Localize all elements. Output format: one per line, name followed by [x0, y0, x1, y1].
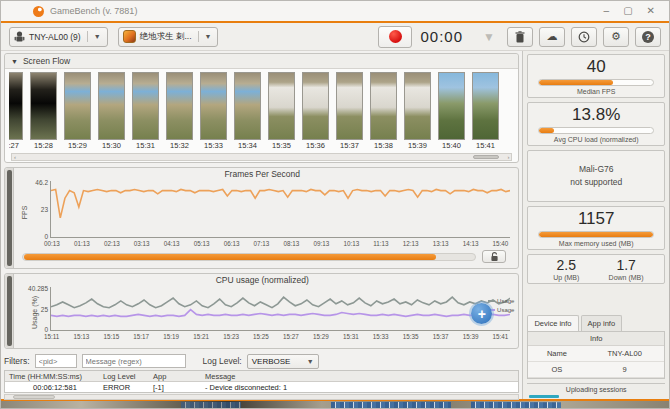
- gamebench-window: GameBench (v. 7881) – ▢ ✕ TNY-AL00 (9) ▼…: [0, 0, 670, 409]
- x-tick-label: 15:17: [133, 333, 149, 340]
- thumbnail-image[interactable]: [472, 72, 499, 140]
- cpu-ytick: 40.285: [28, 285, 51, 292]
- col-level[interactable]: Log Level: [101, 372, 153, 381]
- screenflow-thumbnail[interactable]: 15:37: [336, 72, 363, 150]
- thumbnail-image[interactable]: [438, 72, 465, 140]
- info-key: OS: [528, 365, 585, 374]
- fps-chart-panel: Frames Per Second FPS 46.2 23 0 00:1301:…: [4, 167, 519, 269]
- info-row-name: Name TNY-AL00: [528, 346, 664, 362]
- fps-vertical-scrollbar[interactable]: [5, 168, 14, 268]
- thumbnail-image[interactable]: [9, 72, 23, 140]
- log-table-row[interactable]: 00:06:12:581 ERROR [-1] - Device disconn…: [5, 382, 518, 393]
- scrollbar-handle[interactable]: [7, 276, 12, 346]
- scrollbar-range[interactable]: [24, 254, 436, 260]
- thumbnail-timestamp: 15:35: [268, 141, 295, 150]
- log-level-label: Log Level:: [203, 356, 242, 366]
- close-button[interactable]: ✕: [647, 6, 655, 16]
- screenflow-thumbnail[interactable]: 15:30: [98, 72, 125, 150]
- cloud-upload-button[interactable]: ☁: [539, 27, 565, 47]
- uploading-label: Uploading sessions: [566, 386, 627, 393]
- cpu-vertical-scrollbar[interactable]: [5, 274, 14, 348]
- screenflow-thumbnail[interactable]: 15:35: [268, 72, 295, 150]
- scrollbar-handle[interactable]: [473, 155, 499, 159]
- thumbnail-image[interactable]: [200, 72, 227, 140]
- screenflow-thumbnail[interactable]: 15:28: [30, 72, 57, 150]
- thumbnail-image[interactable]: [370, 72, 397, 140]
- legend-label: Usage: [497, 307, 514, 313]
- thumbnail-image[interactable]: [30, 72, 57, 140]
- fps-plot: FPS 46.2 23 0: [50, 181, 510, 238]
- screenflow-thumbnail[interactable]: 15:38: [370, 72, 397, 150]
- thumbnail-image[interactable]: [98, 72, 125, 140]
- screenflow-thumbnail[interactable]: 15:27: [9, 72, 23, 150]
- delete-button[interactable]: [507, 27, 533, 47]
- app-select-dropdown[interactable]: 绝地求生 刺... ▼: [118, 27, 219, 47]
- chevron-down-icon: ▼: [301, 358, 314, 365]
- scrollbar-handle[interactable]: [7, 170, 12, 266]
- thumbnail-timestamp: 15:38: [370, 141, 397, 150]
- x-tick-label: 15:27: [283, 333, 299, 340]
- thumbnail-image[interactable]: [268, 72, 295, 140]
- screenflow-thumbnail[interactable]: 15:33: [200, 72, 227, 150]
- screenflow-thumbnail[interactable]: 15:29: [64, 72, 91, 150]
- pid-filter-input[interactable]: [35, 354, 77, 368]
- tab-app-info[interactable]: App info: [581, 315, 623, 331]
- x-tick-label: 07:13: [254, 240, 270, 247]
- avg-cpu-value: 13.8%: [536, 105, 656, 125]
- screenflow-thumbnail[interactable]: 15:41: [472, 72, 499, 150]
- thumbnail-timestamp: 15:30: [98, 141, 125, 150]
- col-app[interactable]: App: [153, 372, 205, 381]
- help-button[interactable]: ?: [635, 27, 661, 47]
- android-icon: [14, 31, 25, 43]
- scroll-left-icon[interactable]: ‹: [14, 154, 16, 160]
- scroll-right-icon[interactable]: ›: [507, 154, 509, 160]
- maximize-button[interactable]: ▢: [623, 6, 632, 16]
- collapse-icon[interactable]: ▼: [11, 58, 18, 65]
- screenflow-thumbnail[interactable]: 15:40: [438, 72, 465, 150]
- thumbnail-image[interactable]: [404, 72, 431, 140]
- minimize-button[interactable]: –: [604, 6, 610, 16]
- screenflow-thumbnail[interactable]: 15:39: [404, 72, 431, 150]
- gamebench-logo-icon: [33, 6, 44, 17]
- thumbnail-timestamp: 15:31: [132, 141, 159, 150]
- thumbnail-image[interactable]: [64, 72, 91, 140]
- thumbnail-timestamp: 15:36: [302, 141, 329, 150]
- chevron-down-icon: ▼: [87, 31, 103, 42]
- info-value: 9: [585, 365, 664, 374]
- log-level-dropdown[interactable]: VERBOSE ▼: [247, 354, 319, 369]
- x-tick-label: 15:21: [193, 333, 209, 340]
- max-memory-label: Max memory used (MB): [536, 240, 656, 247]
- record-button[interactable]: [378, 26, 412, 48]
- col-message[interactable]: Message: [205, 372, 518, 381]
- fps-x-ticks: 00:1301:1302:1303:1304:1305:1306:1307:13…: [44, 238, 510, 248]
- history-button[interactable]: [571, 27, 597, 47]
- thumbnail-image[interactable]: [132, 72, 159, 140]
- screenflow-thumbnail[interactable]: 15:34: [234, 72, 261, 150]
- thumbnail-image[interactable]: [336, 72, 363, 140]
- screenflow-thumbnail[interactable]: 15:31: [132, 72, 159, 150]
- unlock-button[interactable]: [482, 250, 506, 263]
- device-select-dropdown[interactable]: TNY-AL00 (9) ▼: [9, 27, 108, 47]
- fps-horizontal-scrollbar[interactable]: [22, 253, 476, 261]
- screenflow-thumbnail[interactable]: 15:32: [166, 72, 193, 150]
- cpu-chart-title: CPU usage (normalized): [14, 275, 510, 287]
- thumbnail-image[interactable]: [166, 72, 193, 140]
- settings-button[interactable]: ⚙: [603, 27, 629, 47]
- gpu-status: not supported: [532, 176, 660, 189]
- screenflow-thumbnail[interactable]: 15:36: [302, 72, 329, 150]
- log-horizontal-scrollbar[interactable]: [4, 394, 519, 400]
- cell-time: 00:06:12:581: [5, 383, 101, 392]
- screen-flow-header[interactable]: ▼ Screen Flow: [5, 54, 518, 69]
- median-fps-label: Median FPS: [536, 88, 656, 95]
- tab-device-info[interactable]: Device info: [527, 315, 578, 331]
- col-time[interactable]: Time (HH:MM:SS:ms): [5, 372, 101, 381]
- screenflow-scrollbar[interactable]: ‹ ›: [11, 153, 512, 161]
- fps-chart-title: Frames Per Second: [14, 169, 510, 181]
- info-key: Name: [528, 349, 585, 358]
- thumbnail-image[interactable]: [234, 72, 261, 140]
- chevron-down-icon: ▼: [198, 31, 214, 42]
- scrollbar-handle[interactable]: [13, 395, 55, 399]
- unlock-icon: [490, 252, 499, 262]
- message-filter-input[interactable]: [82, 354, 186, 368]
- thumbnail-image[interactable]: [302, 72, 329, 140]
